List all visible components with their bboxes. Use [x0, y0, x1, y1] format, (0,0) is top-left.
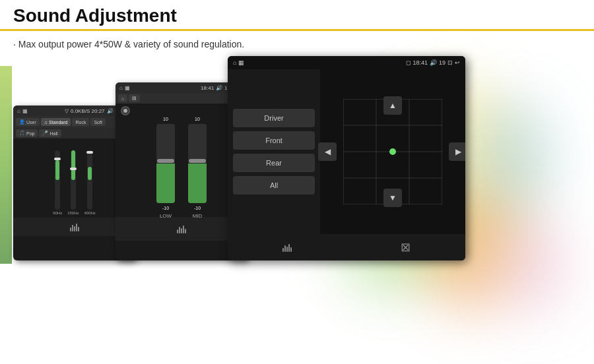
tab-standard-label: Standard: [49, 120, 67, 125]
screen2-home-icon: ⌂: [119, 85, 123, 91]
screen3-back-icon: ↩: [455, 59, 460, 66]
eq2-fill-bottom-low: [156, 164, 175, 203]
screen1-menu-icon: ▦: [22, 108, 28, 114]
eq-handle-60hz[interactable]: [54, 158, 61, 160]
btn-rear[interactable]: Rear: [233, 154, 315, 172]
eq2-neg-value-mid: -10: [194, 206, 201, 210]
eq-handle-400hz[interactable]: [86, 151, 93, 154]
music-icon: ♫: [44, 120, 48, 125]
arrow-down-button[interactable]: ▼: [383, 189, 402, 207]
screen3-main-content: Driver Front Rear All: [228, 69, 465, 234]
eq-handle-150hz[interactable]: [70, 167, 77, 170]
sound-position-dot[interactable]: [389, 148, 396, 155]
screen3-eq-icon[interactable]: [282, 243, 292, 252]
eq-label-400hz: 400Hz: [84, 211, 96, 215]
screen1-home-icon: ⌂: [17, 108, 20, 114]
tab-rock[interactable]: Rock: [72, 118, 89, 126]
btn-all[interactable]: All: [233, 176, 315, 195]
screen2-tab-eq[interactable]: ▤: [129, 94, 140, 102]
screen2-tab-home[interactable]: ⌂: [118, 94, 127, 102]
screen3-bottom-bar: ⊠: [228, 234, 465, 260]
screen3-speaker-buttons: Driver Front Rear All: [228, 69, 320, 234]
screen3-menu-icon: ▦: [238, 59, 244, 66]
tab-pop-label: Pop: [26, 131, 34, 136]
eq2-value-mid: 10: [195, 117, 200, 121]
eq-label-60hz: 60Hz: [53, 211, 62, 215]
eq-fill-150hz: [71, 150, 75, 180]
eq2-handle-mid[interactable]: [189, 159, 206, 163]
eq2-band-mid: 10 -10 MID: [188, 117, 207, 219]
eq2-label-mid: MID: [193, 213, 203, 219]
tab-user-label: User: [26, 120, 36, 125]
screen3-status-bar: ⌂ ▦ ◻ 18:41 🔊 19 ⊡ ↩: [228, 56, 465, 69]
eq2-handle-low[interactable]: [157, 159, 174, 163]
arrow-right-button[interactable]: ▶: [449, 142, 465, 161]
tab-hall[interactable]: 🎤 Hall: [39, 129, 61, 137]
pop-icon: 🎵: [19, 131, 25, 136]
tab-user[interactable]: 👤 User: [16, 118, 40, 126]
eq-fill-400hz: [88, 167, 92, 180]
screen2-radio-btn[interactable]: [121, 106, 130, 115]
tab-pop[interactable]: 🎵 Pop: [16, 129, 38, 137]
page-title: Sound Adjustment: [13, 5, 177, 26]
tab-soft-label: Soft: [94, 120, 102, 125]
screen3-volume-icon: 🔊: [430, 59, 437, 66]
eq-band-400hz: 400Hz: [84, 150, 96, 215]
s2-eq-icon: ▤: [132, 96, 137, 101]
tab-soft[interactable]: Soft: [90, 118, 105, 126]
eq2-fill-top-mid: [188, 124, 207, 160]
page-subtitle: · Max output power 4*50W & variety of so…: [0, 35, 594, 56]
screen3-speaker-position: ⌂ ▦ ◻ 18:41 🔊 19 ⊡ ↩ Driver Front Rear A…: [228, 56, 465, 260]
eq-fill-60hz: [55, 160, 59, 180]
eq2-value-low: 10: [163, 117, 168, 121]
user-icon: 👤: [19, 119, 25, 125]
eq2-label-low: LOW: [160, 213, 172, 219]
screen1-signal-icon: ▽: [65, 108, 69, 114]
screen1-volume-icon: 🔊: [107, 108, 114, 114]
btn-front[interactable]: Front: [233, 131, 315, 150]
s2-home-icon: ⌂: [121, 96, 124, 101]
screen3-no-signal-icon: ◻: [406, 59, 411, 66]
screen1-eq-icon: [70, 222, 79, 231]
screen2-status-time: 18:41: [201, 85, 214, 91]
screen2-menu-icon: ▦: [125, 85, 130, 91]
tab-rock-label: Rock: [75, 120, 86, 125]
tab-standard[interactable]: ♫ Standard: [41, 118, 71, 126]
screen3-window-icon: ⊡: [447, 59, 453, 66]
page-header: Sound Adjustment: [0, 0, 594, 31]
screenshots-container: ⌂ ▦ ▽ 0.0KB/S 20:27 🔊 5 ⊡ ↩ 👤 User ♫ Sta…: [0, 56, 594, 260]
screen3-volume-value: 19: [439, 59, 446, 66]
sound-position-grid[interactable]: ▲ ▼ ◀ ▶: [343, 99, 442, 204]
arrow-up-button[interactable]: ▲: [383, 96, 402, 115]
eq-band-150hz: 150Hz: [67, 150, 79, 215]
screen2-eq-icon: [177, 224, 186, 233]
screen3-home-icon: ⌂: [233, 59, 236, 66]
eq2-fill-bottom-mid: [188, 164, 207, 203]
arrow-left-button[interactable]: ◀: [318, 142, 337, 161]
screen3-balance-icon[interactable]: ⊠: [401, 240, 411, 255]
eq-band-60hz: 60Hz: [53, 150, 62, 215]
screen2-volume-icon: 🔊: [216, 85, 222, 91]
left-accent-bar: [0, 66, 12, 264]
eq2-neg-value-low: -10: [162, 206, 169, 210]
hall-icon: 🎤: [42, 131, 48, 136]
eq-label-150hz: 150Hz: [67, 211, 79, 215]
screen1-status-text: 0.0KB/S 20:27: [71, 108, 105, 114]
screen3-position-grid-area: ▲ ▼ ◀ ▶: [320, 69, 465, 234]
screen3-time: 18:41: [412, 59, 428, 66]
eq2-band-low: 10 -10 LOW: [156, 117, 175, 219]
eq2-fill-top-low: [156, 124, 175, 160]
tab-hall-label: Hall: [50, 131, 57, 136]
btn-driver[interactable]: Driver: [233, 109, 315, 127]
